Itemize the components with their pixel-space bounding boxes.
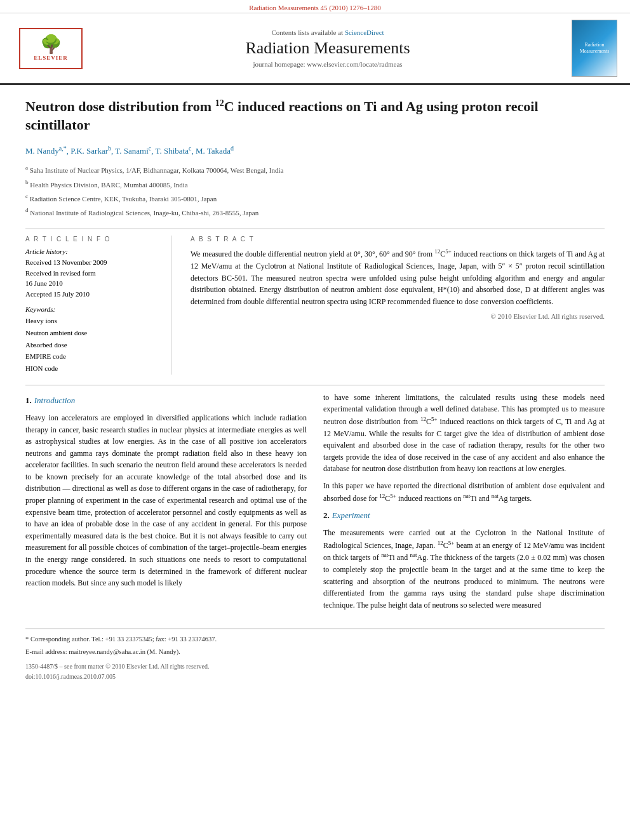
author1-sup: a,*	[59, 145, 67, 152]
section2-title-text: Experiment	[332, 510, 370, 520]
article-info-col: A R T I C L E I N F O Article history: R…	[25, 236, 171, 374]
history-accepted: Accepted 15 July 2010	[25, 289, 158, 300]
footer-notes: * Corresponding author. Tel.: +91 33 233…	[25, 629, 605, 682]
affil-c-text: Radiation Science Centre, KEK, Tsukuba, …	[30, 195, 217, 203]
sciencedirect-link[interactable]: ScienceDirect	[345, 29, 384, 36]
elsevier-logo: 🌳 ELSEVIER	[13, 28, 89, 69]
issn-text: 1350-4487/$ – see front matter © 2010 El…	[25, 662, 605, 672]
author5: , M. Takada	[191, 146, 231, 156]
keyword-3: Absorbed dose	[25, 339, 158, 351]
section2-para1: The measurements were carried out at the…	[323, 527, 605, 611]
citation-bar: Radiation Measurements 45 (2010) 1276–12…	[0, 0, 630, 13]
article-title: Neutron dose distribution from 12C induc…	[25, 98, 605, 135]
section1-para1: Heavy ion accelerators are employed in d…	[25, 412, 307, 589]
affil-a-text: Saha Institute of Nuclear Physics, 1/AF,…	[30, 166, 284, 174]
history-revised-date: 16 June 2010	[25, 278, 158, 289]
affil-c: c Radiation Science Centre, KEK, Tsukuba…	[25, 192, 605, 204]
contents-text: Contents lists available at	[271, 29, 343, 36]
divider-2	[25, 385, 605, 385]
abstract-col: A B S T R A C T We measured the double d…	[191, 236, 605, 374]
body-columns: 1.Introduction Heavy ion accelerators ar…	[25, 392, 605, 617]
author2: , P.K. Sarkar	[67, 146, 108, 156]
citation-text: Radiation Measurements 45 (2010) 1276–12…	[249, 4, 381, 11]
affil-b: b Health Physics Division, BARC, Mumbai …	[25, 178, 605, 190]
corresponding-author-text: * Corresponding author. Tel.: +91 33 233…	[25, 636, 217, 643]
abstract-text: We measured the double differential neut…	[191, 248, 605, 307]
affil-b-text: Health Physics Division, BARC, Mumbai 40…	[30, 180, 187, 188]
doi-text: doi:10.1016/j.radmeas.2010.07.005	[25, 672, 605, 682]
section1-title-text: Introduction	[34, 396, 76, 405]
author3: , T. Sanami	[111, 146, 149, 156]
email-note: E-mail address: maitreyee.nandy@saha.ac.…	[25, 647, 605, 658]
affil-d-text: National Institute of Radiological Scien…	[30, 209, 258, 217]
author4: , T. Shibata	[151, 146, 189, 156]
history-received: Received 13 November 2009	[25, 257, 158, 268]
affil-a: a Saha Institute of Nuclear Physics, 1/A…	[25, 163, 605, 176]
abstract-heading: A B S T R A C T	[191, 236, 605, 243]
affiliations: a Saha Institute of Nuclear Physics, 1/A…	[25, 163, 605, 218]
keyword-5: HION code	[25, 363, 158, 375]
content-area: Neutron dose distribution from 12C induc…	[0, 85, 630, 695]
body-col-left: 1.Introduction Heavy ion accelerators ar…	[25, 392, 307, 617]
section2-num: 2.	[323, 510, 330, 520]
history-revised: Received in revised form	[25, 268, 158, 279]
copyright: © 2010 Elsevier Ltd. All rights reserved…	[191, 312, 605, 320]
divider-1	[25, 229, 605, 229]
keyword-1: Heavy ions	[25, 315, 158, 327]
history-label: Article history:	[25, 248, 158, 255]
affil-d: d National Institute of Radiological Sci…	[25, 206, 605, 218]
keyword-2: Neutron ambient dose	[25, 327, 158, 339]
body-col-right: to have some inherent limitations, the c…	[323, 392, 605, 617]
email-address: maitreyee.nandy@saha.ac.in (M. Nandy).	[69, 648, 180, 655]
journal-title: Radiation Measurements	[89, 39, 566, 58]
author5-sup: d	[231, 145, 234, 152]
keywords-section: Keywords: Heavy ions Neutron ambient dos…	[25, 305, 158, 374]
cover-image: Radiation Measurements	[572, 20, 617, 77]
article-history: Article history: Received 13 November 20…	[25, 248, 158, 299]
page-wrapper: Radiation Measurements 45 (2010) 1276–12…	[0, 0, 630, 840]
author1: M. Nandy	[25, 146, 59, 156]
tree-icon: 🌳	[40, 36, 62, 53]
info-abstract-row: A R T I C L E I N F O Article history: R…	[25, 236, 605, 374]
keyword-4: EMPIRE code	[25, 350, 158, 363]
elsevier-name: ELSEVIER	[34, 55, 68, 61]
sciencedirect-line: Contents lists available at ScienceDirec…	[89, 29, 566, 36]
section1-para3-right: In this paper we have reported the direc…	[323, 480, 605, 504]
issn-block: 1350-4487/$ – see front matter © 2010 El…	[25, 662, 605, 682]
section1-num: 1.	[25, 396, 32, 405]
journal-header: 🌳 ELSEVIER Contents lists available at S…	[0, 13, 630, 85]
keywords-label: Keywords:	[25, 305, 158, 313]
cover-label: Radiation Measurements	[575, 42, 614, 54]
article-info-heading: A R T I C L E I N F O	[25, 236, 158, 243]
journal-cover: Radiation Measurements	[566, 20, 617, 77]
logo-box: 🌳 ELSEVIER	[19, 28, 83, 69]
title-superscript: 12	[215, 98, 224, 108]
section1-para2-right: to have some inherent limitations, the c…	[323, 392, 605, 475]
journal-center: Contents lists available at ScienceDirec…	[89, 29, 566, 68]
section1-title: 1.Introduction	[25, 394, 307, 407]
section2-title: 2.Experiment	[323, 509, 605, 522]
corresponding-author-note: * Corresponding author. Tel.: +91 33 233…	[25, 634, 605, 645]
email-label: E-mail address:	[25, 648, 67, 655]
authors-line: M. Nandya,*, P.K. Sarkarb, T. Sanamic, T…	[25, 143, 605, 157]
journal-homepage: journal homepage: www.elsevier.com/locat…	[89, 60, 566, 68]
